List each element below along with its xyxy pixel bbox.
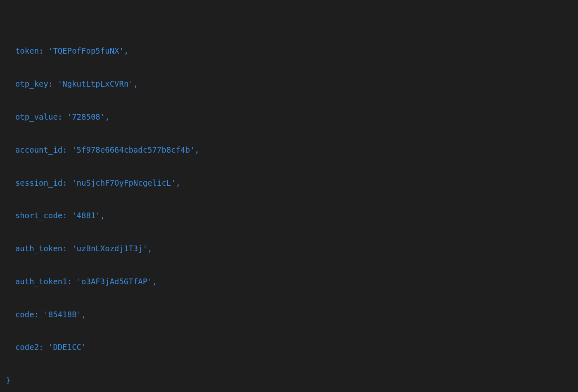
val-code: '85418B': [44, 310, 82, 319]
obj-field-code2: code2: 'DDE1CC': [6, 342, 572, 353]
key-otp-value: otp_value: [15, 112, 58, 121]
obj-field-session-id: session_id: 'nuSjchF7OyFpNcgelicL',: [6, 177, 572, 189]
val-auth-token: 'uzBnLXozdj1T3j': [72, 244, 147, 253]
key-auth-token: auth_token: [15, 244, 62, 253]
val-otp-value: '728508': [67, 112, 105, 121]
key-code: code: [15, 310, 34, 319]
key-code2: code2: [15, 342, 39, 352]
key-token: token: [15, 46, 39, 55]
terminal-output[interactable]: token: 'TQEPofFop5fuNX', otp_key: 'Ngkut…: [0, 0, 578, 392]
val-account-id: '5f978e6664cbadc577b8cf4b': [72, 145, 194, 154]
obj-field-otp-key: otp_key: 'NgkutLtpLxCVRn',: [6, 78, 572, 90]
val-token: 'TQEPofFop5fuNX': [48, 46, 124, 55]
obj-field-account-id: account_id: '5f978e6664cbadc577b8cf4b',: [6, 144, 572, 156]
key-otp-key: otp_key: [15, 79, 48, 88]
obj-field-token: token: 'TQEPofFop5fuNX',: [6, 45, 572, 57]
val-auth-token1: 'o3AF3jAd5GTfAP': [77, 277, 152, 286]
key-auth-token1: auth_token1: [15, 277, 67, 286]
obj-field-auth-token1: auth_token1: 'o3AF3jAd5GTfAP',: [6, 276, 572, 287]
val-session-id: 'nuSjchF7OyFpNcgelicL': [72, 178, 176, 187]
val-otp-key: 'NgkutLtpLxCVRn': [58, 79, 133, 88]
obj-field-code: code: '85418B',: [6, 309, 572, 320]
obj-field-auth-token: auth_token: 'uzBnLXozdj1T3j',: [6, 243, 572, 254]
obj-field-short-code: short_code: '4881',: [6, 210, 572, 221]
obj-close-brace: }: [6, 375, 572, 386]
key-session-id: session_id: [15, 178, 62, 187]
key-short-code: short_code: [15, 211, 62, 220]
key-account-id: account_id: [15, 145, 62, 154]
val-code2: 'DDE1CC': [48, 342, 86, 352]
obj-field-otp-value: otp_value: '728508',: [6, 111, 572, 123]
val-short-code: '4881': [72, 211, 100, 220]
